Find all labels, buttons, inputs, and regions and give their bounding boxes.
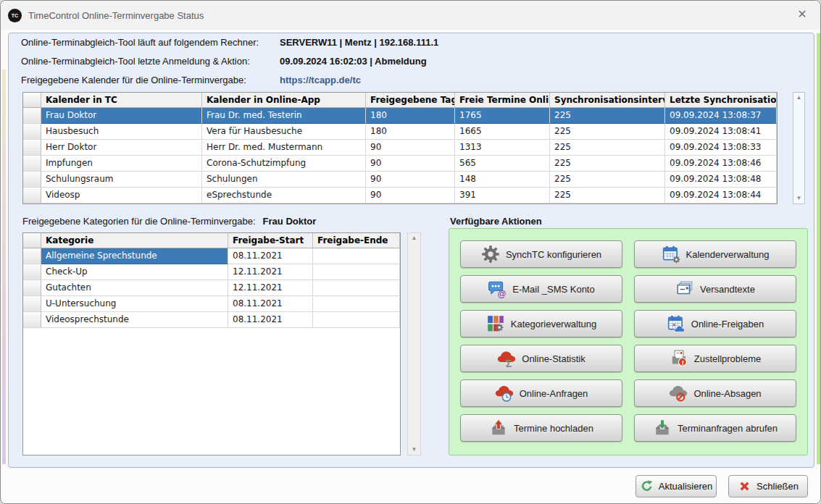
calendar-table-scrollbar[interactable]: ▲ ▼ bbox=[793, 92, 805, 204]
table-cell: 225 bbox=[550, 156, 665, 172]
online-statistics-button[interactable]: ΣOnline-Statistik bbox=[460, 345, 622, 372]
table-cell: Frau Doktor bbox=[41, 108, 202, 124]
actions-panel: SynchTC konfigurierenKalenderverwaltung@… bbox=[449, 228, 808, 455]
categories-table-scrollbar[interactable]: ▲ ▼ bbox=[407, 232, 421, 455]
category-management-button[interactable]: Kategorieverwaltung bbox=[460, 310, 622, 337]
table-cell: 09.09.2024 13:08:46 bbox=[665, 156, 777, 172]
calendar-table: Kalender in TCKalender in Online-AppFrei… bbox=[22, 92, 778, 204]
table-cell: Corona-Schutzimpfung bbox=[202, 156, 366, 172]
column-header[interactable]: Freigegebene Tage bbox=[366, 93, 455, 108]
refresh-button[interactable]: Aktualisieren bbox=[635, 475, 717, 497]
stacked-cards-icon bbox=[675, 280, 694, 298]
table-row[interactable]: SchulungsraumSchulungen9014822509.09.202… bbox=[23, 172, 777, 188]
status-line-last-action: Online-Terminabgleich-Tool letzte Anmeld… bbox=[8, 56, 805, 69]
row-selector-cell[interactable] bbox=[23, 188, 41, 203]
table-cell: 1765 bbox=[455, 108, 550, 124]
row-selector-cell[interactable] bbox=[23, 108, 41, 124]
color-tiles-gear-icon bbox=[486, 314, 505, 333]
table-cell: 180 bbox=[366, 108, 455, 124]
table-row[interactable]: ImpfungenCorona-Schutzimpfung9056522509.… bbox=[23, 156, 777, 172]
row-selector-cell[interactable] bbox=[23, 280, 41, 296]
action-button-label: Online-Anfragen bbox=[520, 388, 588, 399]
scroll-up-arrow-icon[interactable]: ▲ bbox=[793, 93, 804, 103]
fetch-appointment-requests-button[interactable]: Terminanfragen abrufen bbox=[634, 414, 796, 442]
svg-text:@: @ bbox=[498, 289, 507, 298]
calendar-gear-icon bbox=[662, 245, 680, 264]
table-cell: 225 bbox=[550, 172, 665, 188]
table-header-row: Kalender in TCKalender in Online-AppFrei… bbox=[23, 93, 777, 108]
table-row[interactable]: Allgemeine Sprechstunde08.11.2021 bbox=[23, 248, 400, 264]
table-cell: 90 bbox=[366, 156, 455, 172]
table-cell: Schulungen bbox=[202, 172, 366, 188]
calendar-management-button[interactable]: Kalenderverwaltung bbox=[634, 240, 796, 268]
title-bar: TC TimeControl Online-Terminvergabe Stat… bbox=[1, 1, 820, 30]
email-sms-account-button[interactable]: @E-Mail _SMS Konto bbox=[460, 275, 622, 303]
scroll-down-arrow-icon[interactable]: ▼ bbox=[793, 193, 804, 203]
dispatch-texts-button[interactable]: Versandtexte bbox=[634, 275, 796, 303]
upload-appointments-button[interactable]: Termine hochladen bbox=[460, 414, 622, 442]
tray-up-icon bbox=[489, 419, 508, 437]
table-row[interactable]: Check-Up12.11.2021 bbox=[23, 264, 400, 280]
online-requests-button[interactable]: Online-Anfragen bbox=[460, 379, 622, 407]
cloud-block-icon bbox=[669, 384, 688, 403]
close-button[interactable]: ✕ bbox=[794, 7, 810, 22]
table-cell: 90 bbox=[366, 172, 455, 188]
table-cell: Hausbesuch bbox=[41, 124, 202, 140]
column-header[interactable]: Synchronisationsintervall bbox=[550, 93, 665, 108]
table-cell: 565 bbox=[455, 156, 550, 172]
table-cell: 09.09.2024 13:08:48 bbox=[665, 172, 777, 188]
row-selector-cell[interactable] bbox=[23, 156, 41, 172]
row-selector-cell[interactable] bbox=[23, 124, 41, 140]
row-selector-cell[interactable] bbox=[23, 264, 41, 280]
table-cell: 12.11.2021 bbox=[228, 264, 313, 280]
online-releases-button[interactable]: Online-Freigaben bbox=[634, 310, 796, 337]
table-cell bbox=[313, 280, 400, 296]
svg-text:Σ: Σ bbox=[506, 358, 512, 368]
row-selector-cell[interactable] bbox=[23, 172, 41, 188]
online-cancellations-button[interactable]: Online-Absagen bbox=[634, 379, 796, 407]
table-cell: Schulungsraum bbox=[41, 172, 202, 188]
row-selector-cell[interactable] bbox=[23, 140, 41, 156]
table-row[interactable]: HausbesuchVera für Hausbesuche1801665225… bbox=[23, 124, 777, 140]
calendar-url-link[interactable]: https://tcapp.de/tc bbox=[280, 75, 361, 85]
table-cell: 09.09.2024 13:08:33 bbox=[665, 140, 777, 156]
row-selector-cell[interactable] bbox=[23, 296, 41, 312]
column-header[interactable]: Kategorie bbox=[41, 233, 228, 248]
column-header[interactable]: Freigabe-Start bbox=[228, 233, 313, 248]
table-cell: 148 bbox=[455, 172, 550, 188]
refresh-button-label: Aktualisieren bbox=[659, 481, 712, 492]
table-cell: eSprechstunde bbox=[202, 188, 366, 203]
table-row[interactable]: Gutachten12.11.2021 bbox=[23, 280, 400, 296]
desktop-background-sliver bbox=[817, 33, 820, 464]
close-dialog-button[interactable]: Schließen bbox=[728, 475, 808, 497]
row-selector-cell[interactable] bbox=[23, 248, 41, 264]
synchtc-configure-button[interactable]: SynchTC konfigurieren bbox=[460, 240, 622, 268]
column-header[interactable]: Kalender in Online-App bbox=[202, 93, 366, 108]
table-row[interactable]: Frau DoktorFrau Dr. med. Testerin1801765… bbox=[23, 108, 777, 124]
table-row[interactable]: U-Untersuchung08.11.2021 bbox=[23, 296, 400, 312]
delivery-problems-button[interactable]: !Zustellprobleme bbox=[634, 345, 796, 372]
table-row[interactable]: Videosprechstunde08.11.2021 bbox=[23, 312, 400, 328]
scroll-down-arrow-icon[interactable]: ▼ bbox=[408, 445, 420, 455]
table-row[interactable]: VideospeSprechstunde9039122509.09.2024 1… bbox=[23, 188, 777, 203]
scroll-up-arrow-icon[interactable]: ▲ bbox=[408, 233, 420, 243]
close-dialog-button-label: Schließen bbox=[757, 481, 799, 492]
table-cell bbox=[313, 312, 400, 328]
table-cell: 09.09.2024 13:08:44 bbox=[665, 188, 777, 203]
table-cell bbox=[313, 264, 400, 280]
column-header[interactable]: Letzte Synchronisation bbox=[665, 93, 777, 108]
window: TC TimeControl Online-Terminvergabe Stat… bbox=[0, 0, 821, 504]
window-title: TimeControl Online-Terminvergabe Status bbox=[28, 10, 204, 21]
table-cell: Impfungen bbox=[41, 156, 202, 172]
column-header[interactable]: Freie Termine Online bbox=[455, 93, 550, 108]
row-selector-cell[interactable] bbox=[23, 312, 41, 328]
table-row[interactable]: Herr DoktorHerr Dr. med. Mustermann90131… bbox=[23, 140, 777, 156]
red-x-icon bbox=[738, 479, 751, 493]
action-button-label: Online-Freigaben bbox=[691, 319, 764, 329]
column-header[interactable]: Kalender in TC bbox=[41, 93, 202, 108]
table-cell: Gutachten bbox=[41, 280, 228, 296]
table-cell: 180 bbox=[366, 124, 455, 140]
column-header[interactable]: Freigabe-Ende bbox=[313, 233, 400, 248]
status-label: Online-Terminabgleich-Tool läuft auf fol… bbox=[21, 37, 259, 48]
table-cell bbox=[313, 248, 400, 264]
